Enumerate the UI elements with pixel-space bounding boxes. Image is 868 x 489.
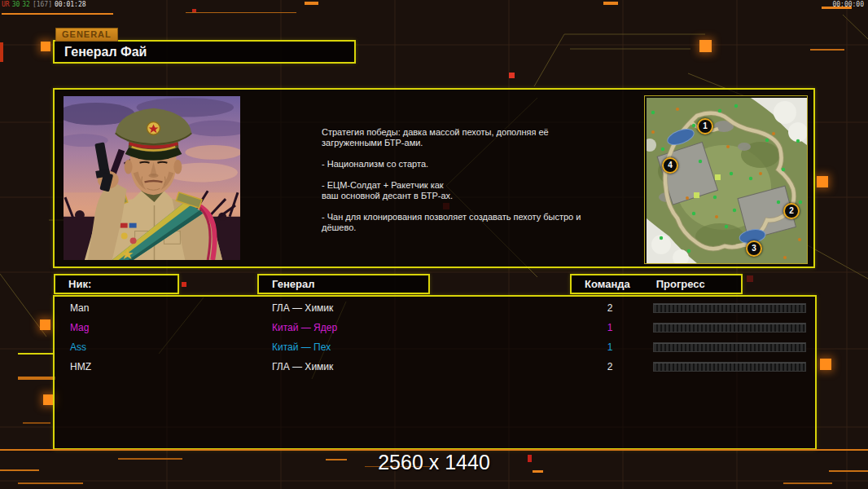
decor-line: [2, 13, 113, 15]
load-progress-bar: [653, 303, 806, 313]
player-row: HMZ ГЛА — Химик 2: [55, 357, 815, 377]
strategy-text: Стратегия победы: давка массой пехоты, д…: [322, 127, 595, 244]
general-info-panel: Стратегия победы: давка массой пехоты, д…: [53, 88, 815, 268]
decor-line: [18, 377, 55, 380]
minimap-image: [647, 98, 807, 263]
header-general: Генерал: [257, 274, 430, 294]
decor-square: [182, 282, 186, 287]
loading-screen: UR3032[167]00:01:28 00:00:00 GENERAL Ген…: [0, 0, 868, 489]
decor-square: [820, 359, 831, 370]
load-progress-bar: [653, 362, 806, 372]
header-general-label: Генерал: [272, 278, 314, 290]
player-general: ГЛА — Химик: [272, 298, 333, 318]
player-team: 2: [592, 357, 628, 377]
player-row: Man ГЛА — Химик 2: [55, 298, 815, 318]
debug-overlay: UR3032[167]00:01:28: [2, 1, 89, 8]
load-progress-bar: [653, 323, 806, 333]
start-position-marker: 1: [697, 118, 713, 134]
strategy-paragraph: - Чан для клонирования позволяет создава…: [322, 212, 595, 233]
decor-square: [817, 176, 828, 187]
strategy-paragraph: - Национализм со старта.: [322, 159, 595, 170]
debug-token: 32: [22, 1, 30, 8]
decor-square: [41, 42, 50, 51]
start-position-marker: 3: [746, 240, 762, 257]
decor-line: [783, 482, 832, 484]
decor-square: [509, 73, 515, 78]
player-nick: HMZ: [70, 357, 91, 377]
general-portrait: [64, 96, 240, 260]
debug-elapsed-time: 00:01:28: [55, 1, 86, 8]
decor-square: [699, 40, 712, 52]
decor-square: [40, 319, 50, 330]
player-team: 1: [592, 337, 628, 357]
player-team: 1: [592, 318, 628, 337]
decor-line: [305, 2, 318, 5]
header-team-progress: Команда Прогресс: [570, 274, 743, 294]
debug-token: UR: [2, 1, 10, 8]
title-box: Генерал Фай: [53, 40, 356, 64]
minimap: 1 2 3 4: [644, 95, 808, 264]
player-general: Китай — Пех: [272, 337, 331, 357]
resolution-label: 2560 x 1440: [0, 451, 868, 474]
player-row: Ass Китай — Пех 1: [55, 337, 815, 357]
header-progress-label: Прогресс: [656, 278, 705, 290]
portrait-image: [64, 96, 240, 260]
decor-line: [18, 353, 53, 355]
load-progress-bar: [653, 342, 806, 352]
decor-line: [810, 49, 844, 51]
start-position-marker: 2: [783, 203, 800, 219]
decor-line: [186, 12, 296, 13]
player-general: Китай — Ядер: [272, 318, 337, 337]
decor-line: [23, 422, 50, 424]
decor-line: [603, 2, 618, 5]
match-timer: 00:00:00: [832, 1, 864, 8]
general-tag: GENERAL: [55, 28, 118, 42]
decor-line: [18, 482, 83, 484]
header-nick: Ник:: [54, 274, 179, 294]
player-row: Mag Китай — Ядер 1: [55, 318, 815, 337]
header-team-label: Команда: [585, 278, 630, 290]
header-nick-label: Ник:: [68, 278, 91, 290]
player-team: 2: [592, 298, 628, 318]
strategy-paragraph: - ЕЦМ-Солдат + Ракетчик как ваш основной…: [322, 180, 595, 201]
general-title: Генерал Фай: [64, 45, 147, 59]
debug-token: 30: [12, 1, 20, 8]
decor-line: [0, 42, 3, 62]
player-nick: Mag: [70, 318, 89, 337]
strategy-paragraph: Стратегия победы: давка массой пехоты, д…: [322, 127, 595, 148]
decor-square: [747, 275, 753, 282]
player-nick: Man: [70, 298, 89, 318]
player-nick: Ass: [70, 337, 86, 357]
player-table: Man ГЛА — Химик 2 Mag Китай — Ядер 1 Ass…: [53, 295, 817, 450]
debug-token: [167]: [33, 1, 52, 8]
start-position-marker: 4: [662, 157, 678, 174]
player-general: ГЛА — Химик: [272, 357, 333, 377]
